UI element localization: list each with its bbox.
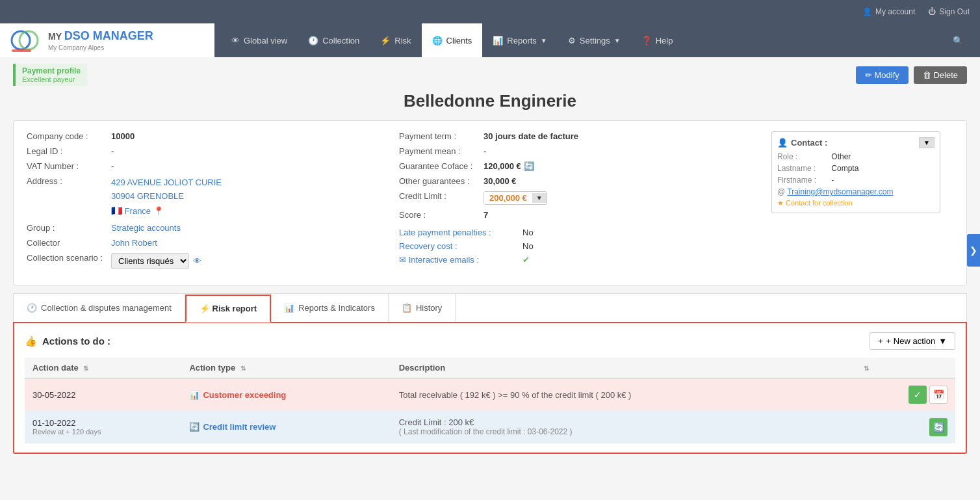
nav-clients[interactable]: 🌐 Clients	[422, 23, 483, 57]
payment-mean-value: -	[484, 146, 486, 156]
address-row: Address : 429 AVENUE JOLIOT CURIE 30904 …	[27, 176, 386, 218]
interactive-emails-icon: ✉	[399, 255, 406, 265]
my-account-link[interactable]: 👤 My account	[862, 7, 915, 16]
actions-table-body: 30-05-2022 📊 Customer exceeding Total re…	[25, 378, 955, 443]
table-row: 30-05-2022 📊 Customer exceeding Total re…	[25, 378, 955, 411]
gear-icon: ⚙	[568, 36, 576, 46]
th-actions: ⇅	[853, 358, 955, 378]
score-label: Score :	[399, 210, 484, 220]
eye-icon: 👁	[231, 36, 240, 46]
refresh-button-row2[interactable]: 🔄	[929, 418, 948, 436]
contact-box: 👤 Contact : ▼ Role : Other Lastname : Co…	[771, 131, 940, 213]
plus-icon: +	[878, 336, 883, 346]
contact-lastname-label: Lastname :	[777, 164, 829, 173]
tab-collection-icon: 🕐	[27, 303, 37, 313]
credit-limit-dropdown[interactable]: 200,000 € ▼	[484, 191, 547, 205]
contact-lastname-row: Lastname : Compta	[777, 164, 935, 173]
group-value[interactable]: Strategic accounts	[111, 223, 181, 233]
row2-action-type: 🔄 Credit limit review	[181, 411, 391, 443]
row1-desc-main: Total receivable ( 192 k€ ) >= 90 % of t…	[399, 390, 846, 400]
at-icon: @	[777, 187, 785, 196]
other-guarantees-row: Other guarantees : 30,000 €	[399, 176, 758, 186]
tab-risk-report[interactable]: ⚡ Risk report	[185, 295, 271, 322]
collector-value[interactable]: John Robert	[111, 238, 157, 248]
globe-icon: 🌐	[432, 36, 443, 46]
late-penalties-row: Late payment penalties : No	[399, 228, 758, 237]
check-button-row1[interactable]: ✓	[909, 386, 927, 404]
tab-history[interactable]: 📋 History	[389, 294, 456, 322]
thumbs-icon: 👍	[25, 336, 37, 347]
calendar-button-row1[interactable]: 📅	[929, 386, 948, 404]
new-action-button[interactable]: + + New action ▼	[870, 332, 955, 350]
collection-scenario-select[interactable]: Clients risqués	[111, 253, 189, 269]
th-action-date: Action date ⇅	[25, 358, 181, 378]
row1-date: 30-05-2022	[25, 378, 181, 411]
sign-out-link[interactable]: ⏻ Sign Out	[928, 7, 970, 16]
nav-global-view[interactable]: 👁 Global view	[221, 23, 298, 57]
eye-scenario-icon[interactable]: 👁	[193, 256, 201, 266]
info-col-middle: Payment term : 30 jours date de facture …	[399, 131, 771, 274]
recovery-cost-value: No	[522, 241, 534, 251]
star-icon: ★	[777, 199, 784, 207]
row2-date: 01-10-2022 Review at + 120 days	[25, 411, 181, 443]
sort-date-icon[interactable]: ⇅	[83, 365, 88, 372]
sidebar-toggle[interactable]: ❯	[967, 234, 980, 267]
nav-help[interactable]: ❓ Help	[631, 23, 684, 57]
address-country: 🇫🇷 France 📍	[111, 204, 222, 218]
payment-term-row: Payment term : 30 jours date de facture	[399, 131, 758, 141]
tabs-bar: 🕐 Collection & disputes management ⚡ Ris…	[13, 293, 967, 322]
other-guarantees-value: 30,000 €	[484, 176, 517, 186]
address-line2: 30904 GRENOBLE	[111, 190, 222, 204]
info-card: Company code : 10000 Legal ID : - VAT Nu…	[13, 120, 967, 285]
nav-search[interactable]: 🔍	[942, 23, 974, 57]
interactive-emails-row: ✉ Interactive emails : ✔	[399, 255, 758, 265]
sort-type-icon[interactable]: ⇅	[240, 365, 246, 372]
svg-rect-2	[12, 49, 31, 52]
bolt-icon: ⚡	[380, 36, 391, 46]
legal-id-row: Legal ID : -	[27, 146, 386, 156]
table-row: 01-10-2022 Review at + 120 days 🔄 Credit…	[25, 411, 955, 443]
refresh-coface-icon[interactable]: 🔄	[524, 161, 534, 171]
actions-header: 👍 Actions to do : + + New action ▼	[25, 332, 955, 350]
clock-icon: 🕐	[308, 36, 318, 46]
actions-title: 👍 Actions to do :	[25, 336, 110, 347]
info-col-right: 👤 Contact : ▼ Role : Other Lastname : Co…	[771, 131, 953, 274]
contact-email[interactable]: Training@mydsomanager.com	[787, 187, 893, 196]
payment-mean-row: Payment mean : -	[399, 146, 758, 156]
nav-risk[interactable]: ⚡ Risk	[370, 23, 421, 57]
modify-button[interactable]: ✏ Modify	[856, 66, 909, 84]
tab-collection[interactable]: 🕐 Collection & disputes management	[14, 294, 185, 322]
logo-icon	[10, 25, 42, 56]
contact-dropdown-button[interactable]: ▼	[919, 137, 935, 148]
action-type-credit-limit: 🔄 Credit limit review	[189, 422, 383, 432]
nav-collection[interactable]: 🕐 Collection	[298, 23, 370, 57]
nav-settings[interactable]: ⚙ Settings ▼	[558, 23, 631, 57]
row2-buttons: 🔄	[853, 411, 955, 443]
client-title: Belledonne Enginerie	[13, 91, 967, 111]
contact-firstname-row: Firstname : -	[777, 176, 935, 185]
payment-profile-sub: Excellent payeur	[22, 75, 81, 83]
nav-reports[interactable]: 📊 Reports ▼	[482, 23, 557, 57]
interactive-emails-label: ✉ Interactive emails :	[399, 255, 522, 265]
collector-row: Collector John Robert	[27, 238, 386, 248]
address-label: Address :	[27, 176, 111, 186]
tab-history-icon: 📋	[402, 303, 412, 313]
address-block: 429 AVENUE JOLIOT CURIE 30904 GRENOBLE 🇫…	[111, 176, 222, 218]
refresh-blue-icon: 🔄	[189, 422, 200, 432]
nav-items: 👁 Global view 🕐 Collection ⚡ Risk 🌐 Clie…	[214, 23, 980, 57]
address-line1: 429 AVENUE JOLIOT CURIE	[111, 176, 222, 190]
credit-limit-label: Credit Limit :	[399, 191, 484, 201]
credit-dropdown-arrow[interactable]: ▼	[532, 193, 547, 203]
th-description: Description	[391, 358, 854, 378]
sort-actions-icon[interactable]: ⇅	[864, 365, 869, 372]
main-wrapper: Payment profile Excellent payeur ✏ Modif…	[0, 57, 980, 500]
recovery-cost-row: Recovery cost : No	[399, 241, 758, 251]
action-buttons: ✏ Modify 🗑 Delete	[856, 66, 967, 84]
reports-caret: ▼	[541, 37, 547, 44]
vat-value: -	[111, 161, 114, 171]
tab-reports[interactable]: 📊 Reports & Indicators	[271, 294, 389, 322]
delete-button[interactable]: 🗑 Delete	[914, 66, 967, 84]
company-name: My Company Alpes	[48, 44, 153, 51]
legal-id-value: -	[111, 146, 114, 156]
signout-icon: ⏻	[928, 7, 936, 16]
